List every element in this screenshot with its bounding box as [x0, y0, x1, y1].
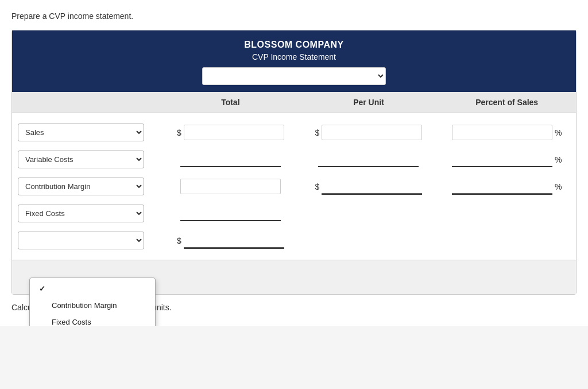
company-name: BLOSSOM COMPANY [18, 40, 570, 50]
dropdown-item-blank[interactable]: ✓ [30, 280, 155, 297]
row-pct-sales: % [438, 125, 576, 140]
label-dropdown: ✓ Contribution Margin Fixed Costs Gross … [29, 278, 156, 326]
table-row: Fixed Costs Sales Variable Costs Contrib… [12, 200, 576, 227]
table-row: Contribution Margin Fixed Costs Gross Pr… [12, 227, 576, 254]
row-perunit-contribution-margin: $ [300, 179, 438, 195]
total-input-net-income[interactable] [184, 233, 284, 249]
row-total-contribution-margin [161, 179, 300, 194]
row-label-sales: Sales Variable Costs Contribution Margin… [12, 124, 161, 141]
row-label-select-variable-costs[interactable]: Variable Costs Sales Contribution Margin… [18, 151, 144, 168]
total-input-variable-costs[interactable] [180, 152, 281, 167]
pct-input-contribution-margin[interactable] [452, 179, 552, 195]
row-label-fixed-costs: Fixed Costs Sales Variable Costs Contrib… [12, 205, 161, 222]
row-label-select-net-income[interactable]: Contribution Margin Fixed Costs Gross Pr… [18, 232, 144, 249]
row-label-contribution-margin: Contribution Margin Sales Variable Costs… [12, 178, 161, 195]
row-perunit-sales: $ [300, 125, 438, 140]
dropdown-item-label-cm: Contribution Margin [52, 301, 117, 310]
total-input-contribution-margin[interactable] [180, 179, 281, 194]
perunit-input-sales[interactable] [322, 125, 422, 140]
perunit-input-variable-costs[interactable] [318, 152, 419, 167]
period-select[interactable] [202, 67, 386, 85]
col-headers-row: Total Per Unit Percent of Sales [12, 92, 576, 113]
dropdown-item-contribution-margin[interactable]: Contribution Margin [30, 297, 155, 314]
dollar-sign-total-net-income: $ [177, 236, 181, 245]
prepare-text: Prepare a CVP income statement. [11, 11, 577, 21]
col-header-perunit: Per Unit [300, 98, 438, 107]
pct-symbol-contribution-margin: % [555, 182, 562, 191]
row-label-select-sales[interactable]: Sales Variable Costs Contribution Margin… [18, 124, 144, 141]
dropdown-item-label-fc: Fixed Costs [52, 318, 91, 326]
row-total-sales: $ [161, 125, 300, 140]
row-label-select-contribution-margin[interactable]: Contribution Margin Sales Variable Costs… [18, 178, 144, 195]
table-body: Sales Variable Costs Contribution Margin… [12, 113, 576, 260]
table-row: Sales Variable Costs Contribution Margin… [12, 119, 576, 146]
row-total-fixed-costs [161, 206, 300, 221]
dropdown-item-fixed-costs[interactable]: Fixed Costs [30, 314, 155, 326]
dollar-sign-perunit-sales: $ [315, 128, 320, 137]
dollar-sign-total-sales: $ [177, 128, 181, 137]
row-label-variable-costs: Variable Costs Sales Contribution Margin… [12, 151, 161, 168]
row-label-net-income: Contribution Margin Fixed Costs Gross Pr… [12, 232, 161, 249]
col-header-total: Total [161, 98, 300, 107]
total-input-sales[interactable] [184, 125, 284, 140]
row-pct-contribution-margin: % [438, 179, 576, 195]
pct-symbol-variable-costs: % [555, 155, 562, 164]
pct-symbol-sales: % [555, 128, 562, 137]
total-input-fixed-costs[interactable] [180, 206, 281, 221]
row-perunit-variable-costs [300, 152, 438, 167]
dollar-sign-perunit-cm: $ [315, 182, 320, 191]
pct-input-sales[interactable] [452, 125, 552, 140]
cvp-header: BLOSSOM COMPANY CVP Income Statement [12, 30, 576, 92]
col-header-label [12, 98, 161, 107]
table-row: Variable Costs Sales Contribution Margin… [12, 146, 576, 173]
col-header-pct: Percent of Sales [438, 98, 576, 107]
row-label-select-fixed-costs[interactable]: Fixed Costs Sales Variable Costs Contrib… [18, 205, 144, 222]
pct-input-variable-costs[interactable] [452, 152, 552, 167]
perunit-input-contribution-margin[interactable] [322, 179, 422, 195]
period-select-wrapper [18, 67, 570, 85]
table-row: Contribution Margin Sales Variable Costs… [12, 173, 576, 200]
page-wrapper: Prepare a CVP income statement. BLOSSOM … [0, 0, 588, 326]
cvp-table-container: BLOSSOM COMPANY CVP Income Statement Tot… [11, 30, 577, 295]
row-pct-variable-costs: % [438, 152, 576, 167]
statement-name: CVP Income Statement [18, 52, 570, 61]
row-total-net-income: $ [161, 233, 300, 249]
row-total-variable-costs [161, 152, 300, 167]
check-icon-blank: ✓ [39, 284, 47, 293]
